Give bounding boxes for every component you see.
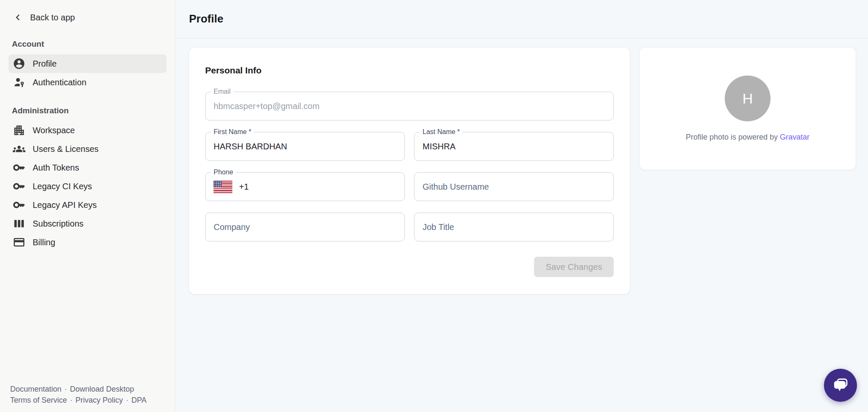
- gravatar-link[interactable]: Gravatar: [780, 133, 810, 141]
- section-title-account: Account: [8, 34, 167, 54]
- email-field: Email: [205, 92, 614, 121]
- last-name-field-label: Last Name *: [420, 128, 462, 136]
- page-title: Profile: [189, 12, 223, 25]
- footer-link-privacy[interactable]: Privacy Policy: [75, 396, 123, 404]
- avatar: H: [725, 76, 771, 121]
- gravatar-caption-text: Profile photo is powered by: [686, 133, 778, 141]
- sidebar-item-label: Profile: [33, 59, 57, 69]
- email-field-label: Email: [211, 88, 233, 95]
- phone-field: Phone +1: [205, 172, 405, 201]
- footer-separator: ·: [126, 396, 128, 404]
- sidebar-item-legacy-api-keys[interactable]: Legacy API Keys: [8, 196, 167, 214]
- columns-icon: [13, 217, 25, 230]
- job-title-field: [414, 213, 614, 241]
- sidebar-item-users-licenses[interactable]: Users & Licenses: [8, 140, 167, 158]
- page-header: Profile: [175, 0, 868, 38]
- footer-separator: ·: [70, 396, 72, 404]
- footer-link-terms[interactable]: Terms of Service: [10, 396, 67, 404]
- sidebar-item-billing[interactable]: Billing: [8, 233, 167, 252]
- section-title-administration: Administration: [8, 101, 167, 121]
- sidebar-item-label: Workspace: [33, 126, 75, 135]
- back-to-app-button[interactable]: Back to app: [8, 0, 167, 34]
- sidebar-item-auth-tokens[interactable]: Auth Tokens: [8, 158, 167, 177]
- last-name-field: Last Name *: [414, 132, 614, 161]
- credit-card-icon: [13, 236, 25, 249]
- sidebar-item-label: Subscriptions: [33, 219, 83, 229]
- groups-icon: [13, 143, 25, 155]
- github-username-field: [414, 172, 614, 201]
- personal-info-card: Personal Info Email First Name * Last Na…: [189, 47, 630, 294]
- sidebar-item-workspace[interactable]: Workspace: [8, 121, 167, 140]
- first-name-field: First Name *: [205, 132, 405, 161]
- chat-launcher-button[interactable]: [824, 369, 857, 402]
- phone-dial-code: +1: [239, 182, 249, 192]
- sidebar: Back to app Account Profile Authenticati…: [0, 0, 175, 412]
- phone-field-label: Phone: [211, 168, 236, 176]
- footer-link-documentation[interactable]: Documentation: [10, 385, 61, 393]
- sidebar-item-authentication[interactable]: Authentication: [8, 73, 167, 92]
- chevron-left-icon: [12, 11, 24, 23]
- sidebar-item-profile[interactable]: Profile: [8, 54, 167, 73]
- sidebar-item-label: Legacy API Keys: [33, 200, 97, 210]
- footer-link-dpa[interactable]: DPA: [131, 396, 147, 404]
- main-content: Profile Personal Info Email First Name *…: [175, 0, 868, 412]
- company-input[interactable]: [214, 222, 396, 232]
- first-name-field-label: First Name *: [211, 128, 254, 136]
- passkey-icon: [13, 76, 25, 89]
- sidebar-footer: Documentation·Download Desktop Terms of …: [10, 384, 147, 406]
- footer-separator: ·: [64, 385, 67, 393]
- sidebar-item-legacy-ci-keys[interactable]: Legacy CI Keys: [8, 177, 167, 196]
- gravatar-card: H Profile photo is powered byGravatar: [639, 47, 856, 170]
- first-name-input[interactable]: [214, 142, 396, 151]
- sidebar-item-label: Users & Licenses: [33, 144, 99, 154]
- sidebar-item-subscriptions[interactable]: Subscriptions: [8, 214, 167, 233]
- phone-input[interactable]: [253, 182, 396, 192]
- footer-row-1: Documentation·Download Desktop: [10, 384, 147, 395]
- footer-link-download-desktop[interactable]: Download Desktop: [70, 385, 134, 393]
- personal-info-title: Personal Info: [205, 65, 614, 76]
- company-field: [205, 213, 405, 241]
- footer-row-2: Terms of Service·Privacy Policy·DPA: [10, 395, 147, 406]
- save-changes-button[interactable]: Save Changes: [534, 257, 614, 277]
- chat-bubbles-icon: [831, 376, 850, 395]
- back-to-app-label: Back to app: [30, 13, 75, 22]
- job-title-input[interactable]: [423, 222, 605, 232]
- sidebar-item-label: Billing: [33, 238, 55, 247]
- key-icon: [13, 180, 25, 193]
- email-input[interactable]: [214, 101, 605, 111]
- last-name-input[interactable]: [423, 142, 605, 151]
- sidebar-item-label: Legacy CI Keys: [33, 182, 92, 191]
- key-icon: [13, 161, 25, 174]
- github-username-input[interactable]: [423, 182, 605, 192]
- us-flag-icon[interactable]: [214, 181, 232, 193]
- gravatar-caption: Profile photo is powered byGravatar: [686, 133, 810, 142]
- sidebar-item-label: Auth Tokens: [33, 163, 79, 173]
- building-icon: [13, 124, 25, 137]
- sidebar-item-label: Authentication: [33, 78, 86, 87]
- account-circle-icon: [13, 57, 25, 70]
- key-icon: [13, 199, 25, 211]
